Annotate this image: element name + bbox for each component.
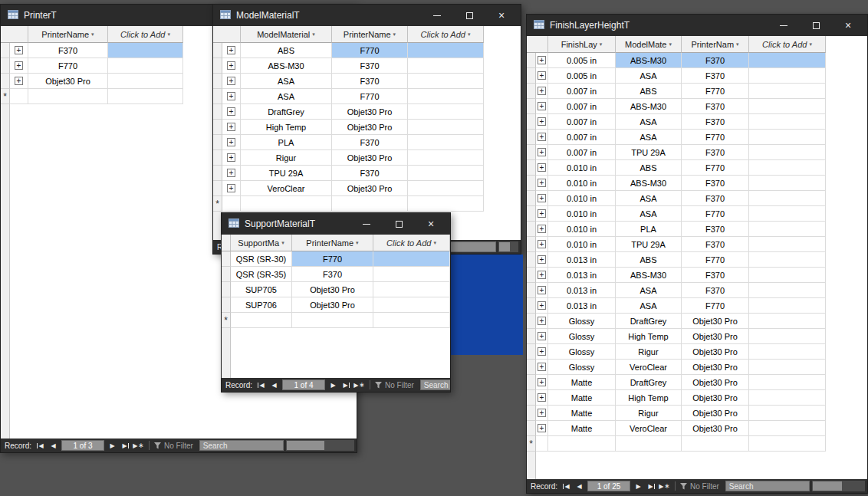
click-to-add-cell[interactable]	[749, 206, 826, 222]
click-to-add-cell[interactable]	[408, 196, 484, 212]
search-box[interactable]: Search	[199, 440, 284, 451]
record-selector[interactable]	[527, 252, 536, 268]
table-cell[interactable]: PLA	[241, 135, 332, 150]
click-to-add-cell[interactable]	[749, 329, 826, 344]
table-cell[interactable]: ABS-M30	[241, 58, 332, 74]
table-cell[interactable]: F370	[332, 74, 408, 89]
record-selector[interactable]	[527, 53, 536, 68]
column-header-click-to-add[interactable]: Click to Add▾	[373, 235, 450, 251]
expand-record-icon[interactable]: +	[538, 209, 546, 218]
record-selector[interactable]	[213, 166, 222, 181]
click-to-add-cell[interactable]	[749, 191, 826, 206]
table-cell[interactable]: Matte	[548, 421, 616, 436]
click-to-add-cell[interactable]	[408, 74, 484, 89]
last-record-button[interactable]: ▶	[340, 382, 353, 389]
table-cell[interactable]: F370	[682, 191, 749, 206]
click-to-add-cell[interactable]	[749, 99, 826, 114]
new-record-button[interactable]: ▶∗	[353, 381, 366, 389]
record-counter[interactable]: 1 of 3	[61, 440, 104, 451]
previous-record-button[interactable]: ◀	[268, 382, 281, 389]
click-to-add-cell[interactable]	[749, 84, 826, 99]
table-cell[interactable]: Objet30 Pro	[682, 390, 749, 406]
click-to-add-cell[interactable]	[373, 251, 450, 267]
close-button[interactable]: ×	[415, 213, 447, 235]
table-cell[interactable]: SUP706	[231, 297, 292, 313]
table-cell[interactable]: F370	[292, 267, 373, 282]
expand-record-icon[interactable]: +	[538, 424, 546, 432]
table-cell[interactable]: Objet30 Pro	[332, 150, 408, 166]
table-cell[interactable]: ABS	[616, 160, 682, 176]
table-cell[interactable]: 0.005 in	[548, 53, 616, 68]
table-cell[interactable]: F370	[682, 283, 749, 298]
expand-record-icon[interactable]: +	[538, 378, 546, 386]
table-cell[interactable]: F370	[682, 145, 749, 160]
table-cell[interactable]: ABS-M30	[616, 53, 682, 68]
column-header-click-to-add[interactable]: Click to Add▾	[108, 26, 183, 43]
record-selector[interactable]	[527, 268, 536, 283]
record-selector[interactable]	[527, 406, 536, 421]
click-to-add-cell[interactable]	[749, 160, 826, 176]
scrollbar-thumb[interactable]	[499, 242, 510, 251]
click-to-add-cell[interactable]	[408, 135, 484, 150]
table-cell[interactable]: F770	[682, 130, 749, 145]
table-cell[interactable]: TPU 29A	[241, 166, 332, 181]
table-cell[interactable]: 0.013 in	[548, 252, 616, 268]
expand-record-icon[interactable]: +	[227, 107, 235, 116]
record-selector[interactable]	[1, 43, 10, 58]
expand-record-icon[interactable]: +	[227, 61, 235, 70]
table-cell[interactable]: QSR (SR-30)	[231, 251, 292, 267]
expand-record-icon[interactable]: +	[538, 194, 546, 202]
column-header-printername[interactable]: PrinterName▾	[292, 235, 373, 251]
expand-record-icon[interactable]: +	[538, 133, 546, 141]
new-record-selector[interactable]: *	[527, 436, 536, 452]
expand-record-icon[interactable]: +	[538, 301, 546, 310]
record-counter[interactable]: 1 of 25	[587, 481, 630, 491]
expand-record-icon[interactable]: +	[538, 393, 546, 402]
table-cell[interactable]: High Temp	[616, 390, 682, 406]
expand-record-icon[interactable]: +	[538, 409, 546, 417]
table-cell[interactable]: F770	[682, 252, 749, 268]
table-cell[interactable]	[682, 436, 749, 452]
click-to-add-cell[interactable]	[373, 297, 450, 313]
table-cell[interactable]: F370	[682, 237, 749, 252]
click-to-add-cell[interactable]	[749, 268, 826, 283]
click-to-add-cell[interactable]	[749, 314, 826, 329]
click-to-add-cell[interactable]	[749, 68, 826, 84]
click-to-add-cell[interactable]	[749, 421, 826, 436]
table-cell[interactable]	[231, 313, 292, 328]
record-selector[interactable]	[527, 360, 536, 375]
table-cell[interactable]: F370	[682, 114, 749, 130]
table-cell[interactable]: F770	[682, 160, 749, 176]
click-to-add-cell[interactable]	[749, 53, 826, 68]
next-record-button[interactable]: ▶	[106, 442, 119, 449]
expand-record-icon[interactable]: +	[227, 153, 235, 162]
click-to-add-cell[interactable]	[749, 114, 826, 130]
table-cell[interactable]: ABS	[616, 252, 682, 268]
select-all-corner[interactable]	[213, 26, 241, 43]
expand-record-icon[interactable]: +	[538, 117, 546, 126]
expand-record-icon[interactable]: +	[15, 46, 23, 54]
record-selector[interactable]	[222, 251, 231, 267]
record-selector[interactable]	[213, 181, 222, 196]
table-cell[interactable]: Objet30 Pro	[682, 406, 749, 421]
expand-record-icon[interactable]: +	[227, 77, 235, 85]
column-header-printernam[interactable]: PrinterNam▾	[682, 36, 749, 53]
expand-record-icon[interactable]: +	[538, 56, 546, 64]
table-cell[interactable]	[28, 89, 108, 104]
close-button[interactable]: ×	[485, 5, 518, 26]
click-to-add-cell[interactable]	[408, 58, 484, 74]
record-selector[interactable]	[527, 130, 536, 145]
expand-record-icon[interactable]: +	[538, 87, 546, 95]
table-cell[interactable]: Objet30 Pro	[292, 282, 373, 297]
last-record-button[interactable]: ▶	[645, 483, 658, 490]
record-selector[interactable]	[213, 74, 222, 89]
table-cell[interactable]: 0.013 in	[548, 298, 616, 314]
table-cell[interactable]: TPU 29A	[616, 145, 682, 160]
record-selector[interactable]	[527, 329, 536, 344]
expand-record-icon[interactable]: +	[227, 46, 235, 54]
click-to-add-cell[interactable]	[408, 150, 484, 166]
maximize-button[interactable]	[453, 5, 485, 26]
table-cell[interactable]: 0.007 in	[548, 114, 616, 130]
column-header-modelmate[interactable]: ModelMate▾	[616, 36, 682, 53]
table-cell[interactable]: F370	[682, 53, 749, 68]
